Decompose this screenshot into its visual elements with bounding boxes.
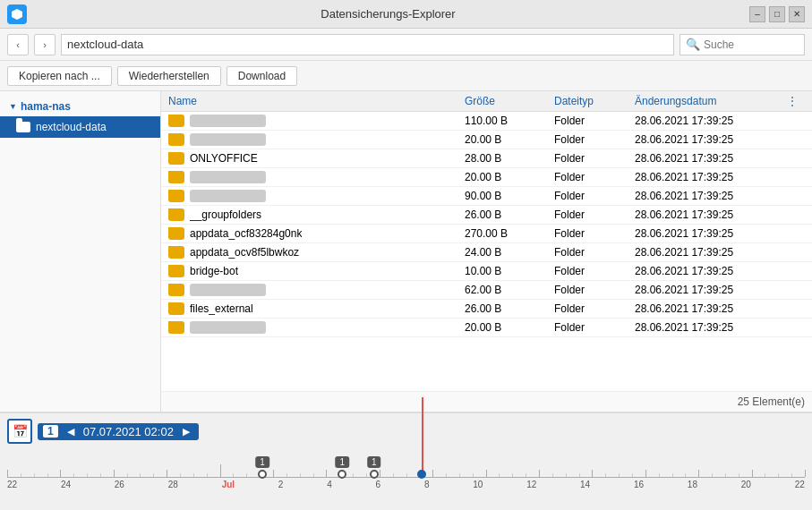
timeline-tick <box>486 470 487 477</box>
table-row[interactable]: ONLYOFFICE28.00 BFolder28.06.2021 17:39:… <box>161 149 812 168</box>
folder-icon <box>168 133 184 146</box>
app-icon <box>7 4 27 24</box>
timeline-minor-tick <box>73 473 74 477</box>
sidebar-group-hama-nas[interactable]: hama-nas <box>0 97 160 116</box>
timeline-minor-tick <box>791 473 792 477</box>
file-type: Folder <box>554 208 635 221</box>
timeline-marker[interactable] <box>417 470 426 479</box>
col-modified[interactable]: Änderungsdatum <box>635 95 787 107</box>
timeline-label: 16 <box>634 480 644 489</box>
timeline-label: 12 <box>526 480 536 489</box>
timeline-bubble: 1 <box>367 456 381 468</box>
timeline-label: 8 <box>424 480 430 489</box>
col-extra: ⋮ <box>787 95 805 107</box>
snapshot-count: 1 <box>43 425 58 438</box>
table-row[interactable]: ██████████110.00 BFolder28.06.2021 17:39… <box>161 112 812 131</box>
file-list-header: Name Größe Dateityp Änderungsdatum ⋮ <box>161 91 812 112</box>
timeline-prev-button[interactable]: ◀ <box>64 426 78 438</box>
timeline-minor-tick <box>672 473 673 477</box>
timeline-minor-tick <box>153 473 154 477</box>
timeline-tick <box>645 470 646 477</box>
timeline-current-line <box>422 397 423 477</box>
timeline-minor-tick <box>765 473 765 477</box>
file-type: Folder <box>554 133 635 146</box>
file-modified: 28.06.2021 17:39:25 <box>635 246 787 259</box>
timeline-tick <box>220 464 221 477</box>
timeline-dot <box>258 470 267 479</box>
maximize-button[interactable]: □ <box>769 6 785 22</box>
timeline-tick <box>326 470 327 477</box>
timeline-tick <box>114 470 115 477</box>
table-row[interactable]: bridge-bot10.00 BFolder28.06.2021 17:39:… <box>161 262 812 281</box>
timeline-minor-tick <box>579 473 580 477</box>
address-bar[interactable] <box>61 34 674 55</box>
file-name: ██████████ <box>190 321 266 334</box>
file-size: 20.00 B <box>465 133 554 146</box>
file-type: Folder <box>554 246 635 259</box>
folder-icon <box>168 246 184 259</box>
timeline-minor-tick <box>473 473 474 477</box>
table-row[interactable]: appdata_ocv8f5lbwkoz24.00 BFolder28.06.2… <box>161 243 812 262</box>
main-content: hama-nas nextcloud-data Name Größe Datei… <box>0 91 812 412</box>
timeline-top: 📅 1 ◀ 07.07.2021 02:02 ▶ <box>7 419 805 444</box>
timeline-tick <box>539 470 540 477</box>
table-row[interactable]: ██████████20.00 BFolder28.06.2021 17:39:… <box>161 131 812 149</box>
timeline-next-button[interactable]: ▶ <box>179 426 193 438</box>
table-row[interactable]: ██████████20.00 BFolder28.06.2021 17:39:… <box>161 319 812 337</box>
minimize-button[interactable]: – <box>749 6 765 22</box>
table-row[interactable]: files_external26.00 BFolder28.06.2021 17… <box>161 300 812 319</box>
timeline-nav: 1 ◀ 07.07.2021 02:02 ▶ <box>38 423 199 440</box>
file-type: Folder <box>554 284 635 296</box>
file-name: ██████████ <box>190 115 266 127</box>
timeline-track[interactable]: 11122242628Jul246810121416182022 <box>7 451 805 510</box>
timeline-minor-tick <box>499 473 500 477</box>
file-type: Folder <box>554 321 635 334</box>
timeline-marker[interactable]: 1 <box>258 470 267 479</box>
timeline-bubble: 1 <box>255 456 269 468</box>
file-modified: 28.06.2021 17:39:25 <box>635 115 787 127</box>
file-name: files_external <box>190 302 253 315</box>
folder-icon <box>16 122 30 132</box>
file-name: ██████████ <box>190 133 266 146</box>
title-bar: Datensicherungs-Explorer – □ ✕ <box>0 0 812 29</box>
col-size[interactable]: Größe <box>465 95 554 107</box>
timeline-minor-tick <box>459 473 460 477</box>
file-modified: 28.06.2021 17:39:25 <box>635 302 787 315</box>
table-row[interactable]: ██████████90.00 BFolder28.06.2021 17:39:… <box>161 187 812 206</box>
back-button[interactable]: ‹ <box>7 34 29 55</box>
file-type: Folder <box>554 152 635 165</box>
download-button[interactable]: Download <box>227 66 297 86</box>
col-name[interactable]: Name <box>168 95 465 107</box>
timeline-label: 14 <box>580 480 590 489</box>
close-button[interactable]: ✕ <box>789 6 805 22</box>
timeline-minor-tick <box>526 473 526 477</box>
timeline-labels: 22242628Jul246810121416182022 <box>7 478 805 491</box>
folder-icon <box>168 171 184 183</box>
file-name: bridge-bot <box>190 265 238 277</box>
timeline-minor-tick <box>605 473 606 477</box>
table-row[interactable]: ██████████20.00 BFolder28.06.2021 17:39:… <box>161 168 812 187</box>
table-row[interactable]: ██████████62.00 BFolder28.06.2021 17:39:… <box>161 281 812 300</box>
table-row[interactable]: appdata_ocf83284g0nk270.00 BFolder28.06.… <box>161 225 812 243</box>
col-type[interactable]: Dateityp <box>554 95 635 107</box>
copy-button[interactable]: Kopieren nach ... <box>7 66 112 86</box>
file-size: 110.00 B <box>465 115 554 127</box>
file-name: ONLYOFFICE <box>190 152 258 165</box>
timeline-minor-tick <box>778 473 779 477</box>
timeline-label: 10 <box>473 480 483 489</box>
search-input[interactable] <box>704 38 799 51</box>
restore-button[interactable]: Wiederherstellen <box>117 66 221 86</box>
forward-button[interactable]: › <box>34 34 56 55</box>
folder-icon <box>168 284 184 296</box>
calendar-icon[interactable]: 📅 <box>7 419 32 444</box>
timeline-minor-tick <box>552 473 553 477</box>
file-name: ██████████ <box>190 171 266 183</box>
timeline-marker[interactable]: 1 <box>370 470 379 479</box>
timeline-marker[interactable]: 1 <box>338 470 346 479</box>
timeline-tick <box>273 470 274 477</box>
table-row[interactable]: __groupfolders26.00 BFolder28.06.2021 17… <box>161 206 812 225</box>
sidebar-item-nextcloud-data[interactable]: nextcloud-data <box>0 116 160 138</box>
file-list: Name Größe Dateityp Änderungsdatum ⋮ ███… <box>161 91 812 412</box>
timeline-minor-tick <box>685 473 686 477</box>
search-icon: 🔍 <box>686 38 700 51</box>
